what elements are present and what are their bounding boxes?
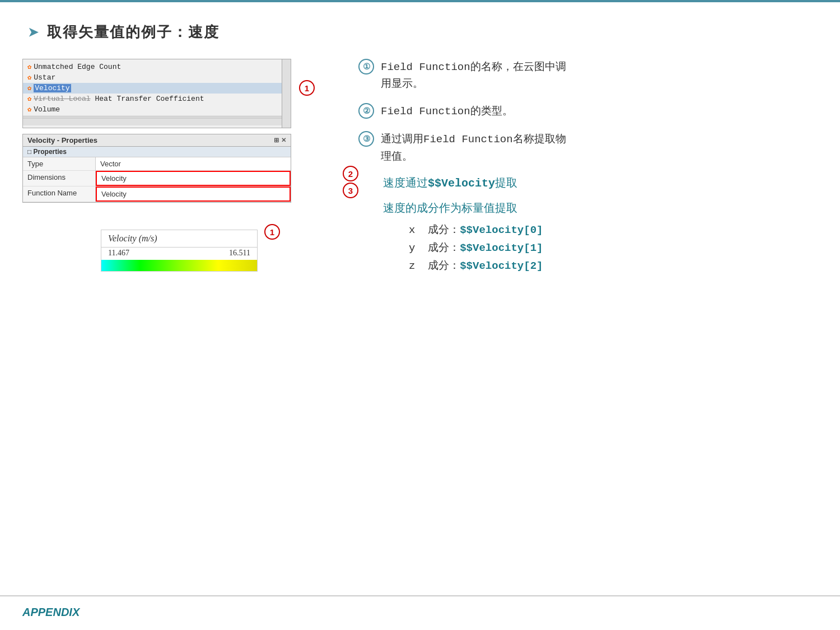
right-item-3: ③ 通过调用Field Function名称提取物 理值。 xyxy=(358,131,818,165)
circle-num-2: 2 xyxy=(343,166,358,181)
right-text-1-line1: Field Function的名称，在云图中调 xyxy=(381,61,566,73)
prop-row-dimensions: Dimensions Velocity xyxy=(23,171,291,186)
tree-label-ustar: Ustar xyxy=(34,73,55,82)
page-title: 取得矢量值的例子：速度 xyxy=(47,22,220,42)
tree-separator xyxy=(23,116,291,116)
right-text-3-line1: 通过调用Field Function名称提取物 xyxy=(381,133,566,146)
properties-header: Velocity - Properties ⊞ ✕ xyxy=(23,134,291,147)
component-z: z 成分：$$Velocity[2] xyxy=(409,258,818,273)
velocity-extract-prefix: 速度通过 xyxy=(383,177,428,190)
properties-title: Velocity - Properties xyxy=(27,136,97,144)
page-title-row: ➤ 取得矢量值的例子：速度 xyxy=(28,22,818,42)
right-text-3-line2: 理值。 xyxy=(381,151,413,163)
prop-icons: ⊞ ✕ xyxy=(274,137,286,144)
right-text-1: Field Function的名称，在云图中调 用显示。 xyxy=(381,59,566,93)
velocity-extract-suffix: 提取 xyxy=(495,177,517,190)
tree-icon-ustar: ✿ xyxy=(27,73,31,82)
tree-wrapper: ✿ Unmatched Edge Count ✿ Ustar ✿ Velocit… xyxy=(22,59,291,128)
circle-num-1-tree: 1 xyxy=(299,80,315,96)
component-x: x 成分：$$Velocity[0] xyxy=(409,222,818,237)
prop-row-type: Type Vector xyxy=(23,157,291,171)
prop-section-label: □ xyxy=(27,148,34,156)
velocity-min: 11.467 xyxy=(108,249,129,258)
tree-label-unmatched: Unmatched Edge Count xyxy=(34,63,121,71)
component-y-code: $$Velocity[1] xyxy=(460,242,543,254)
right-text-3: 通过调用Field Function名称提取物 理值。 xyxy=(381,131,566,165)
tree-icon-unmatched: ✿ xyxy=(27,63,31,71)
component-z-code: $$Velocity[2] xyxy=(460,260,543,272)
tree-hscroll[interactable] xyxy=(23,118,291,125)
tree-item-volume[interactable]: ✿ Volume xyxy=(23,104,291,115)
prop-icon-table: ⊞ xyxy=(274,137,279,144)
bottom-border xyxy=(0,595,840,596)
right-text-1-line2: 用显示。 xyxy=(381,78,423,90)
prop-value-funcname[interactable]: Velocity xyxy=(96,186,291,202)
velocity-range-row: 11.467 16.511 xyxy=(101,248,257,260)
badge-velocity-1: 1 xyxy=(264,224,280,240)
right-column: ① Field Function的名称，在云图中调 用显示。 ② Field F… xyxy=(358,59,818,276)
page-content: ➤ 取得矢量值的例子：速度 ✿ Unmatched Edge Count ✿ U… xyxy=(22,22,818,630)
component-section-title: 速度的成分作为标量值提取 xyxy=(383,200,818,216)
tree-item-unmatched[interactable]: ✿ Unmatched Edge Count xyxy=(23,62,291,72)
tree-icon-velocity: ✿ xyxy=(27,84,31,92)
circle-num-right-1: ① xyxy=(358,59,374,74)
circle-num-right-3: ③ xyxy=(358,131,374,147)
tree-label-velocity: Velocity xyxy=(34,84,71,92)
tree-item-ustar[interactable]: ✿ Ustar xyxy=(23,72,291,83)
tree-item-velocity[interactable]: ✿ Velocity xyxy=(23,83,291,94)
right-item-1: ① Field Function的名称，在云图中调 用显示。 xyxy=(358,59,818,93)
badge-2: 2 xyxy=(343,166,358,181)
prop-value-type: Vector xyxy=(96,157,291,170)
tree-item-virtual[interactable]: ✿ Virtual Local Heat Transfer Coefficien… xyxy=(23,94,291,104)
prop-label-type: Type xyxy=(23,157,96,170)
tree-icon-volume: ✿ xyxy=(27,105,31,114)
badge-3: 3 xyxy=(343,183,358,198)
top-border xyxy=(0,0,840,2)
badge-tree-1: 1 xyxy=(299,80,315,96)
prop-row-funcname: Function Name Velocity xyxy=(23,186,291,202)
tree-label-virtual-rest: Heat Transfer Coefficient xyxy=(91,95,204,103)
velocity-panel-title: Velocity (m/s) xyxy=(101,230,257,248)
appendix-label: APPENDIX xyxy=(22,606,80,619)
component-y: y 成分：$$Velocity[1] xyxy=(409,240,818,255)
tree-icon-virtual: ✿ xyxy=(27,95,31,103)
velocity-extract-code: $$Velocity xyxy=(428,177,495,190)
velocity-max: 16.511 xyxy=(229,249,250,258)
properties-panel: Velocity - Properties ⊞ ✕ □ Properties T… xyxy=(22,134,291,203)
left-column: ✿ Unmatched Edge Count ✿ Ustar ✿ Velocit… xyxy=(22,59,336,276)
tree-label-volume: Volume xyxy=(34,105,60,114)
component-x-code: $$Velocity[0] xyxy=(460,224,543,236)
velocity-colorbar-wrapper: Velocity (m/s) 11.467 16.511 1 xyxy=(56,218,258,272)
file-tree-panel: ✿ Unmatched Edge Count ✿ Ustar ✿ Velocit… xyxy=(22,59,291,128)
right-item-2: ② Field Function的类型。 xyxy=(358,103,818,120)
right-text-2: Field Function的类型。 xyxy=(381,103,513,120)
circle-num-v1: 1 xyxy=(264,224,280,240)
title-arrow-icon: ➤ xyxy=(28,25,38,40)
properties-wrapper: Velocity - Properties ⊞ ✕ □ Properties T… xyxy=(22,134,336,203)
velocity-panel: Velocity (m/s) 11.467 16.511 xyxy=(101,230,258,272)
prop-icon-close[interactable]: ✕ xyxy=(281,137,286,144)
prop-label-funcname: Function Name xyxy=(23,186,96,202)
prop-label-dimensions: Dimensions xyxy=(23,171,96,186)
circle-num-3: 3 xyxy=(343,183,358,198)
velocity-extract-section: 速度通过$$Velocity提取 xyxy=(383,175,818,190)
two-col-layout: ✿ Unmatched Edge Count ✿ Ustar ✿ Velocit… xyxy=(22,59,818,276)
tree-label-virtual-part: Virtual Local xyxy=(34,95,90,103)
velocity-colorbar xyxy=(101,260,257,271)
circle-num-right-2: ② xyxy=(358,103,374,119)
prop-section-header: □ Properties xyxy=(23,147,291,157)
prop-value-dimensions[interactable]: Velocity xyxy=(96,171,291,186)
components-list: x 成分：$$Velocity[0] y 成分：$$Velocity[1] z … xyxy=(409,222,818,273)
tree-scrollbar[interactable] xyxy=(282,59,291,128)
